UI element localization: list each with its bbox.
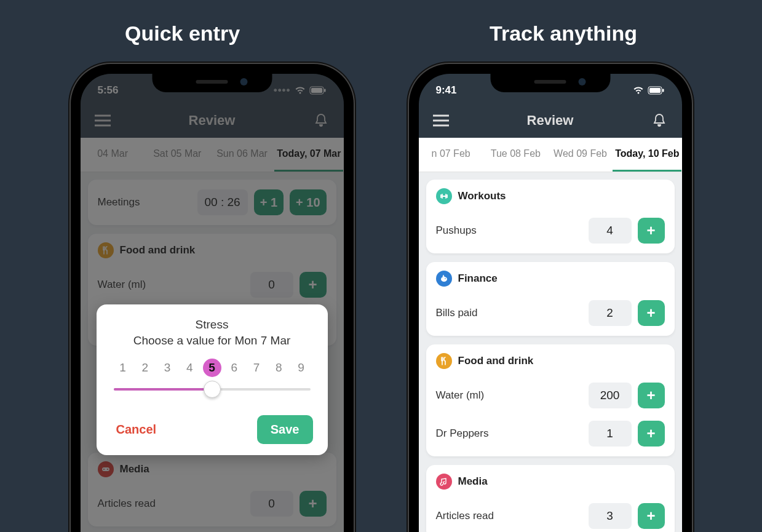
menu-icon[interactable] [432, 112, 450, 129]
scale-8[interactable]: 8 [269, 359, 288, 377]
row-label: Water (ml) [436, 389, 485, 402]
value-box[interactable]: 3 [589, 503, 632, 529]
scale-4[interactable]: 4 [180, 359, 199, 377]
date-tab[interactable]: Tue 08 Feb [483, 138, 548, 172]
notch [152, 73, 272, 92]
card-food: Food and drink Water (ml) 200 + Dr Peppe… [426, 344, 675, 456]
scale-1[interactable]: 1 [114, 359, 132, 377]
notch [490, 73, 610, 92]
dumbbell-icon [436, 188, 452, 204]
scale-3[interactable]: 3 [158, 359, 177, 377]
row-label: Pushups [436, 224, 477, 237]
status-time: 9:41 [436, 84, 457, 97]
scale-6[interactable]: 6 [225, 359, 244, 377]
slider-thumb[interactable] [204, 381, 221, 398]
screen-right: 9:41 Review [419, 74, 682, 532]
scale-7[interactable]: 7 [247, 359, 266, 377]
value-box[interactable]: 200 [589, 383, 632, 408]
save-button[interactable]: Save [257, 415, 313, 444]
row-label: Articles read [436, 510, 494, 522]
date-tab-active[interactable]: Today, 10 Feb [613, 138, 681, 172]
modal-overlay[interactable] [81, 74, 344, 532]
row-label: Bills paid [436, 307, 478, 319]
scale-9[interactable]: 9 [292, 359, 311, 377]
add-button[interactable]: + [638, 383, 665, 408]
date-tab[interactable]: n 07 Feb [419, 138, 483, 172]
piggy-icon [436, 271, 452, 287]
scale-2[interactable]: 2 [136, 359, 154, 377]
add-button[interactable]: + [638, 218, 665, 244]
svg-point-9 [441, 277, 447, 282]
date-tabs: n 07 Feb Tue 08 Feb Wed 09 Feb Today, 10… [419, 138, 682, 172]
value-box[interactable]: 2 [589, 300, 632, 326]
modal-title: Stress [111, 318, 313, 332]
stress-modal: Stress Choose a value for Mon 7 Mar 1 2 … [97, 304, 328, 455]
scale-row: 1 2 3 4 5 6 7 8 9 [111, 359, 313, 377]
heading-quick-entry: Quick entry [125, 22, 240, 46]
cancel-button[interactable]: Cancel [111, 416, 162, 443]
phone-frame-right: 9:41 Review [409, 64, 692, 532]
value-box[interactable]: 1 [589, 421, 632, 447]
battery-icon [648, 86, 665, 95]
phone-frame-left: 5:56 •••• Review [71, 64, 354, 532]
card-finance: Finance Bills paid 2 + [426, 262, 675, 336]
card-title: Media [458, 475, 488, 488]
content-area: Workouts Pushups 4 + [419, 172, 682, 532]
date-tab[interactable]: Wed 09 Feb [548, 138, 613, 172]
scale-5-selected[interactable]: 5 [203, 359, 221, 377]
utensils-icon [436, 353, 452, 369]
modal-subtitle: Choose a value for Mon 7 Mar [111, 334, 313, 347]
add-button[interactable]: + [638, 503, 665, 529]
card-title: Food and drink [458, 355, 534, 367]
heading-track-anything: Track anything [490, 22, 637, 46]
value-box[interactable]: 4 [589, 218, 632, 244]
app-header: Review [419, 103, 682, 138]
screen-left: 5:56 •••• Review [81, 74, 344, 532]
svg-rect-8 [662, 89, 664, 92]
card-title: Finance [458, 272, 498, 285]
wifi-icon [633, 86, 644, 95]
add-button[interactable]: + [638, 421, 665, 447]
svg-rect-7 [649, 88, 661, 93]
row-label: Dr Peppers [436, 427, 489, 440]
slider[interactable] [114, 382, 311, 397]
card-title: Workouts [458, 190, 506, 202]
music-icon [436, 474, 452, 490]
bell-icon[interactable] [651, 112, 668, 129]
card-media: Media Articles read 3 + [426, 465, 675, 532]
add-button[interactable]: + [638, 300, 665, 326]
svg-point-10 [445, 278, 446, 279]
page-title: Review [527, 113, 574, 129]
card-workouts: Workouts Pushups 4 + [426, 180, 675, 253]
